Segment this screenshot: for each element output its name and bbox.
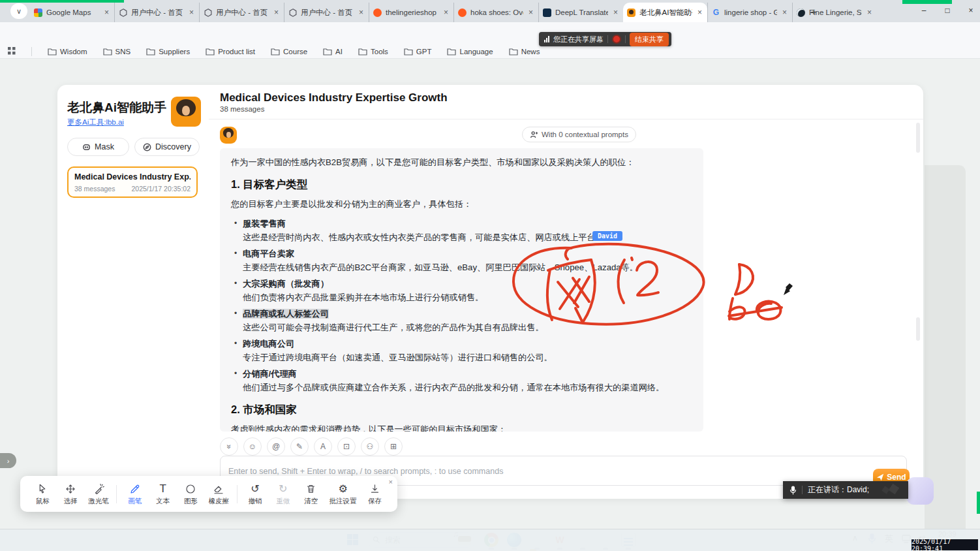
magic-wand-button[interactable]: ✎ — [290, 437, 309, 456]
contextual-prompts-button[interactable]: With 0 contextual prompts — [522, 127, 636, 142]
chat-item-title: Medical Devices Industry Exp... — [74, 172, 191, 181]
signal-bars-icon — [544, 36, 549, 42]
tool-shapes[interactable]: 图形 — [177, 482, 204, 506]
bookmark-label: AI — [335, 48, 343, 55]
close-icon[interactable]: × — [696, 8, 703, 17]
microphone-icon — [789, 486, 797, 495]
tab-title: hoka shoes: Ove — [470, 8, 523, 16]
list-item: 跨境电商公司专注于通过跨境电商平台（如速卖通、亚马逊国际站等）进行进口和销售的公… — [243, 337, 692, 364]
tool-text[interactable]: T文本 — [149, 482, 176, 506]
discovery-button[interactable]: Discovery — [134, 138, 200, 156]
assistant-message-bubble: 作为一家中国的性感内衣B2B贸易商，以下是您可能的目标客户类型、市场和国家以及采… — [220, 148, 703, 432]
scrollbar-thumb[interactable] — [916, 317, 920, 341]
tab-thelingerieshop[interactable]: thelingerieshop× — [369, 3, 453, 22]
chat-item-count: 38 messages — [74, 185, 115, 193]
bookmark-folder-product-list[interactable]: Product list — [206, 48, 255, 55]
bookmark-folder-gpt[interactable]: GPT — [404, 48, 432, 55]
apps-grid-icon[interactable] — [8, 47, 16, 56]
tool-redo[interactable]: ↻重做 — [269, 482, 296, 506]
tab-search-button[interactable]: ∨ — [10, 3, 27, 19]
folder-icon — [206, 48, 215, 55]
grid-icon: ⊞ — [390, 442, 397, 451]
close-icon[interactable]: × — [781, 8, 788, 17]
bookmark-folder-course[interactable]: Course — [271, 48, 307, 55]
close-icon[interactable]: × — [103, 8, 110, 17]
more-ai-tools-link[interactable]: 更多Ai工具:lbb.ai — [67, 118, 124, 127]
bookmark-folder-sns[interactable]: SNS — [103, 48, 131, 55]
tool-select[interactable]: 选择 — [57, 482, 84, 506]
google-g-icon: G — [712, 8, 720, 17]
image-button[interactable]: ⊡ — [337, 437, 356, 456]
mention-button[interactable]: @ — [267, 437, 285, 456]
window-close-button[interactable]: × — [959, 0, 980, 21]
close-icon[interactable]: × — [273, 8, 280, 17]
bookmark-label: GPT — [416, 48, 432, 55]
chat-item-timestamp: 2025/1/17 20:35:02 — [131, 185, 191, 193]
bookmark-folder-ai[interactable]: AI — [323, 48, 343, 55]
tab-laobeibi-active[interactable]: 老北鼻AI智能助手× — [623, 3, 707, 22]
tab-hoka-shoes[interactable]: hoka shoes: Ove× — [453, 3, 538, 22]
bookmark-folder-language[interactable]: Language — [447, 48, 493, 55]
tool-settings[interactable]: ⚙批注设置 — [326, 482, 360, 506]
tab-user-center-3[interactable]: 用户中心 - 首页× — [284, 3, 369, 22]
bookmark-folder-news[interactable]: News — [509, 48, 540, 55]
tool-laser-pen[interactable]: 激光笔 — [85, 482, 112, 506]
tool-undo[interactable]: ↺撤销 — [242, 482, 269, 506]
floating-widget[interactable] — [906, 477, 934, 505]
deepl-icon — [543, 8, 551, 17]
tool-mouse[interactable]: 鼠标 — [29, 482, 56, 506]
sidebar-expand-handle[interactable]: › — [0, 453, 16, 468]
toolbar-close-icon[interactable]: × — [389, 478, 393, 486]
scrollbar-thumb[interactable] — [916, 123, 920, 153]
font-button[interactable]: A — [314, 437, 332, 456]
tab-user-center-2[interactable]: 用户中心 - 首页× — [199, 3, 284, 22]
tool-clear[interactable]: 清空 — [298, 482, 324, 506]
font-icon: A — [320, 442, 326, 451]
apps-grid-button[interactable]: ⊞ — [384, 437, 403, 456]
tool-label: 批注设置 — [329, 497, 357, 506]
mask-button[interactable]: Mask — [67, 138, 129, 156]
tab-title: DeepL Translate: — [555, 8, 608, 16]
bot-button[interactable]: ⚇ — [361, 437, 379, 456]
text-tool-icon: T — [159, 482, 166, 496]
close-icon[interactable]: × — [358, 8, 365, 17]
close-icon[interactable]: × — [527, 8, 534, 17]
tool-eraser[interactable]: 橡皮擦 — [206, 482, 232, 506]
new-tab-button[interactable]: + — [806, 5, 821, 20]
bookmark-folder-tools[interactable]: Tools — [358, 48, 388, 55]
bullet-title: 分销商/代理商 — [243, 367, 692, 381]
tool-save[interactable]: 保存 — [361, 482, 388, 506]
circle-shape-icon — [185, 483, 196, 495]
close-icon[interactable]: × — [442, 8, 450, 17]
eraser-icon — [213, 483, 224, 495]
tab-deepl[interactable]: DeepL Translate:× — [538, 3, 623, 22]
collapse-chevrons-button[interactable]: » — [220, 437, 238, 456]
tool-label: 清空 — [304, 497, 318, 506]
folder-icon — [103, 48, 112, 55]
tab-fine-lingerie[interactable]: Fine Lingerie, Sle× — [792, 3, 877, 22]
bullet-title: 跨境电商公司 — [243, 337, 692, 351]
chat-list-item[interactable]: Medical Devices Industry Exp... 38 messa… — [67, 166, 198, 198]
gear-icon: ⚙ — [338, 482, 347, 496]
message-intro: 作为一家中国的性感内衣B2B贸易商，以下是您可能的目标客户类型、市场和国家以及采… — [231, 155, 692, 169]
screen-share-border-right — [977, 492, 980, 514]
close-icon[interactable]: × — [866, 8, 873, 17]
close-icon[interactable]: × — [188, 8, 195, 17]
divider — [802, 486, 803, 494]
close-icon[interactable]: × — [612, 8, 619, 17]
window-minimize-button[interactable]: – — [912, 0, 936, 21]
window-maximize-button[interactable]: □ — [936, 0, 959, 21]
bookmark-folder-suppliers[interactable]: Suppliers — [146, 48, 190, 55]
end-share-button[interactable]: 结束共享 — [630, 33, 669, 46]
cursor-icon — [37, 483, 48, 495]
tab-user-center-1[interactable]: 用户中心 - 首页× — [114, 3, 199, 22]
emoji-face-button[interactable]: ☺ — [243, 437, 262, 456]
mask-label: Mask — [95, 142, 114, 151]
bookmark-folder-wisdom[interactable]: Wisdom — [48, 48, 87, 55]
tab-google-maps[interactable]: Google Maps× — [30, 3, 114, 22]
tool-brush[interactable]: 画笔 — [121, 482, 148, 506]
bookmark-label: Course — [283, 48, 307, 55]
bullet-desc: 他们通过与多个品牌或供应商建立合作关系，进行内衣产品的批发和分销，通常在本地市场… — [243, 381, 692, 394]
tab-lingerie-shop[interactable]: Glingerie shop - G× — [707, 3, 792, 22]
list-item: 大宗采购商（批发商）他们负责将内衣产品批量采购并在本地市场上进行分销或销售。 — [243, 277, 692, 304]
